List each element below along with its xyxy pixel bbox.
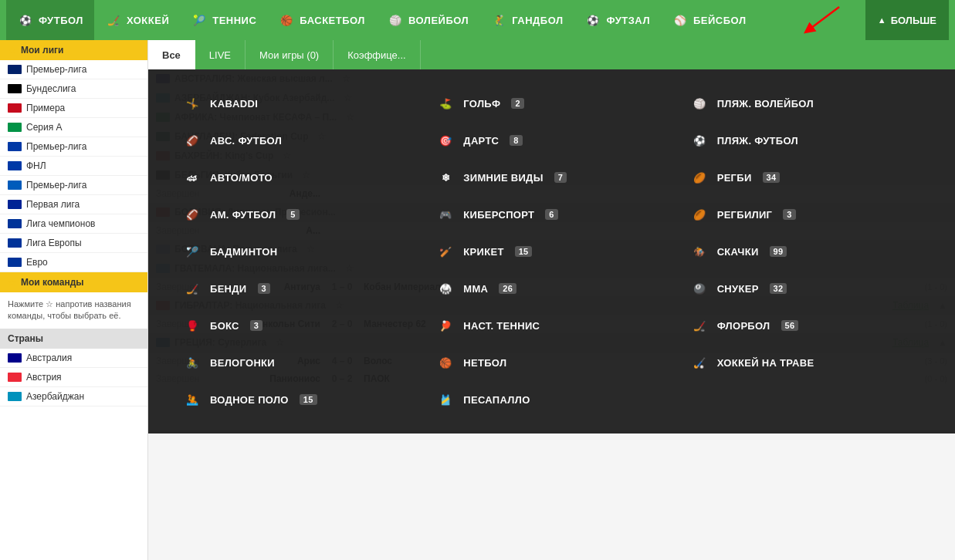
nav-basketball[interactable]: 🏀 БАСКЕТБОЛ	[267, 0, 376, 40]
badminton-icon: 🏸	[182, 241, 202, 261]
league-premier-ru[interactable]: Премьер-лига	[0, 137, 147, 157]
sport-snooker[interactable]: 🎱 СНУКЕР 32	[679, 270, 932, 307]
sport-cycling[interactable]: 🚴 ВЕЛОГОНКИ	[171, 344, 425, 381]
flag-gb	[8, 65, 22, 74]
horseracing-icon: 🏇	[689, 241, 709, 261]
tab-my-games[interactable]: Мои игры (0)	[246, 40, 334, 69]
aussie-football-icon: 🏈	[182, 130, 202, 150]
dropdown-col-1: 🤸 KABADDI 🏈 АВС. ФУТБОЛ 🏎 АВТО/МОТО 🏈 АМ…	[171, 85, 425, 418]
floorball-icon: 🏒	[689, 315, 709, 336]
mma-icon: 🥋	[435, 278, 455, 299]
sport-esports[interactable]: 🎮 КИБЕРСПОРТ 6	[425, 196, 678, 233]
sport-horseracing[interactable]: 🏇 СКАЧКИ 99	[679, 233, 932, 270]
basketball-icon: 🏀	[278, 12, 295, 29]
boxing-badge: 3	[250, 320, 262, 331]
sport-badminton[interactable]: 🏸 БАДМИНТОН	[171, 233, 425, 270]
rugby-badge: 34	[763, 172, 781, 183]
cricket-icon: 🏏	[435, 241, 455, 261]
tab-live[interactable]: LIVE	[195, 40, 246, 69]
sport-floorball[interactable]: 🏒 ФЛОРБОЛ 56	[679, 307, 932, 344]
flag-az	[8, 392, 22, 401]
flag-at	[8, 373, 22, 382]
kabaddi-icon: 🤸	[182, 93, 202, 113]
am-football-icon: 🏈	[182, 204, 202, 224]
sport-am-football[interactable]: 🏈 АМ. ФУТБОЛ 5	[171, 196, 425, 233]
league-premier-ua[interactable]: Премьер-лига	[0, 176, 147, 195]
sport-netball[interactable]: 🏀 НЕТБОЛ	[425, 344, 678, 381]
country-azerbaijan[interactable]: Азербайджан	[0, 387, 147, 407]
country-austria[interactable]: Австрия	[0, 368, 147, 387]
waterpolo-icon: 🤽	[182, 390, 202, 410]
league-europa[interactable]: Лига Европы	[0, 234, 147, 253]
sport-aussie-football[interactable]: 🏈 АВС. ФУТБОЛ	[171, 122, 425, 159]
sport-moto[interactable]: 🏎 АВТО/МОТО	[171, 159, 425, 196]
league-primera[interactable]: Примера	[0, 99, 147, 118]
star-icon: ★	[8, 45, 16, 56]
mma-badge: 26	[499, 283, 516, 294]
tabs-bar: Все LIVE Мои игры (0) Коэффице...	[148, 40, 955, 69]
horseracing-badge: 99	[770, 246, 787, 257]
am-football-badge: 5	[286, 209, 299, 220]
my-teams-title: ★ Мои команды	[0, 272, 147, 292]
countries-title: Страны	[0, 329, 147, 349]
hockey-icon: 🏒	[105, 12, 122, 29]
tab-odds[interactable]: Коэффице...	[334, 40, 420, 69]
sport-golf[interactable]: ⛳ ГОЛЬФ 2	[425, 85, 678, 122]
sport-tabletennis[interactable]: 🏓 НАСТ. ТЕННИС	[425, 307, 678, 344]
flag-eu	[8, 219, 22, 228]
beach-football-icon: ⚽	[689, 130, 709, 150]
sport-kabaddi[interactable]: 🤸 KABADDI	[171, 85, 425, 122]
my-leagues-title: ★ Мои лиги	[0, 40, 147, 60]
sport-rugby-league[interactable]: 🏉 РЕГБИЛИГ 3	[679, 196, 932, 233]
league-premier-gb[interactable]: Премьер-лига	[0, 60, 147, 79]
sport-winter[interactable]: ❄ ЗИМНИЕ ВИДЫ 7	[425, 159, 678, 196]
handball-icon: 🤾	[490, 12, 507, 29]
league-euro[interactable]: Евро	[0, 253, 147, 272]
flag-de	[8, 84, 22, 93]
nav-handball[interactable]: 🤾 ГАНДБОЛ	[479, 0, 574, 40]
baseball-icon: ⚾	[672, 12, 689, 29]
golf-icon: ⛳	[435, 93, 455, 113]
sport-field-hockey[interactable]: 🏑 ХОККЕЙ НА ТРАВЕ	[679, 344, 932, 381]
dropdown-col-3: 🏐 ПЛЯЖ. ВОЛЕЙБОЛ ⚽ ПЛЯЖ. ФУТБОЛ 🏉 РЕГБИ …	[679, 85, 932, 418]
country-australia[interactable]: Австралия	[0, 349, 147, 368]
flag-fr	[8, 200, 22, 209]
bendi-badge: 3	[258, 283, 270, 294]
nav-volleyball[interactable]: 🏐 ВОЛЕЙБОЛ	[376, 0, 479, 40]
league-ligue1[interactable]: Первая лига	[0, 195, 147, 214]
nav-hockey[interactable]: 🏒 ХОККЕЙ	[94, 0, 180, 40]
league-bundesliga[interactable]: Бундеслига	[0, 79, 147, 99]
sport-pesapallo[interactable]: 🎽 ПЕСАПАЛЛО	[425, 381, 678, 418]
league-champions[interactable]: Лига чемпионов	[0, 214, 147, 234]
league-fnl[interactable]: ФНЛ	[0, 157, 147, 176]
sports-dropdown: 🤸 KABADDI 🏈 АВС. ФУТБОЛ 🏎 АВТО/МОТО 🏈 АМ…	[148, 69, 955, 433]
sport-rugby[interactable]: 🏉 РЕГБИ 34	[679, 159, 932, 196]
league-serie-a[interactable]: Серия А	[0, 118, 147, 137]
my-teams-hint: Нажмите ☆ напротив названия команды, что…	[0, 292, 147, 329]
snooker-icon: 🎱	[689, 278, 709, 299]
nav-futsal[interactable]: ⚽ ФУТЗАЛ	[574, 0, 661, 40]
sport-mma[interactable]: 🥋 ММА 26	[425, 270, 678, 307]
sport-cricket[interactable]: 🏏 КРИКЕТ 15	[425, 233, 678, 270]
tennis-icon: 🎾	[191, 12, 208, 29]
sport-beach-football[interactable]: ⚽ ПЛЯЖ. ФУТБОЛ	[679, 122, 932, 159]
flag-es	[8, 103, 22, 113]
waterpolo-badge: 15	[300, 394, 317, 405]
moto-icon: 🏎	[182, 167, 202, 187]
nav-baseball[interactable]: ⚾ БЕЙСБОЛ	[661, 0, 757, 40]
cricket-badge: 15	[515, 246, 533, 257]
sport-bendi[interactable]: 🏒 БЕНДИ 3	[171, 270, 425, 307]
sport-boxing[interactable]: 🥊 БОКС 3	[171, 307, 425, 344]
sport-beach-volleyball[interactable]: 🏐 ПЛЯЖ. ВОЛЕЙБОЛ	[679, 85, 932, 122]
top-navigation: ⚽ ФУТБОЛ 🏒 ХОККЕЙ 🎾 ТЕННИС 🏀 БАСКЕТБОЛ 🏐…	[0, 0, 955, 40]
nav-tennis[interactable]: 🎾 ТЕННИС	[180, 0, 267, 40]
tab-all[interactable]: Все	[148, 40, 195, 69]
nav-football[interactable]: ⚽ ФУТБОЛ	[6, 0, 94, 40]
nav-more-button[interactable]: ▲ БОЛЬШЕ	[865, 0, 949, 40]
sidebar: ★ Мои лиги Премьер-лига Бундеслига Приме…	[0, 40, 148, 560]
sport-darts[interactable]: 🎯 ДАРТС 8	[425, 122, 678, 159]
main-layout: ★ Мои лиги Премьер-лига Бундеслига Приме…	[0, 40, 955, 560]
sport-waterpolo[interactable]: 🤽 ВОДНОЕ ПОЛО 15	[171, 381, 425, 418]
winter-badge: 7	[554, 172, 567, 183]
football-icon: ⚽	[17, 12, 34, 29]
